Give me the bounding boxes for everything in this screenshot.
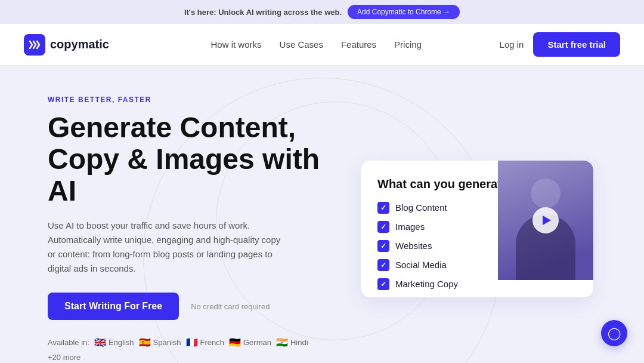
lang-name-french: French bbox=[200, 338, 224, 347]
hero-section: WRITE BETTER, FASTER Generate Content, C… bbox=[0, 66, 644, 363]
checklist-label-0: Blog Content bbox=[395, 202, 447, 213]
hero-cta-row: Start Writing For Free No credit card re… bbox=[48, 293, 334, 320]
check-icon-0 bbox=[377, 202, 389, 214]
main-nav: copymatic How it works Use Cases Feature… bbox=[0, 24, 644, 66]
banner-cta-button[interactable]: Add Copymatic to Chrome → bbox=[348, 5, 460, 19]
check-icon-2 bbox=[377, 240, 389, 252]
nav-link-pricing[interactable]: Pricing bbox=[394, 39, 422, 50]
hero-title-line2: Copy & Images with AI bbox=[48, 143, 320, 207]
lang-french: 🇫🇷 French bbox=[186, 337, 224, 348]
lang-spanish: 🇪🇸 Spanish bbox=[139, 337, 181, 348]
logo[interactable]: copymatic bbox=[24, 34, 109, 56]
logo-text: copymatic bbox=[50, 38, 109, 51]
flag-spanish: 🇪🇸 bbox=[139, 337, 151, 348]
banner-text: It's here: Unlock AI writing across the … bbox=[184, 8, 342, 17]
lang-name-hindi: Hindi bbox=[290, 338, 308, 347]
hero-eyebrow: WRITE BETTER, FASTER bbox=[48, 96, 334, 104]
checklist-label-1: Images bbox=[395, 222, 425, 232]
chat-bubble[interactable] bbox=[601, 320, 627, 346]
top-banner: It's here: Unlock AI writing across the … bbox=[0, 0, 644, 24]
flag-hindi: 🇮🇳 bbox=[276, 337, 288, 348]
login-link[interactable]: Log in bbox=[500, 39, 524, 50]
nav-link-features[interactable]: Features bbox=[341, 39, 376, 50]
start-writing-button[interactable]: Start Writing For Free bbox=[48, 293, 179, 320]
hero-right: What can you generate? Blog Content Imag… bbox=[358, 161, 596, 297]
lang-english: 🇬🇧 English bbox=[94, 337, 134, 348]
hero-title-line1: Generate Content, bbox=[48, 112, 296, 143]
banner-prefix: It's here: bbox=[184, 8, 218, 17]
logo-icon bbox=[24, 34, 45, 56]
more-languages: +20 more bbox=[48, 353, 80, 362]
lang-german: 🇩🇪 German bbox=[229, 337, 271, 348]
checklist-label-4: Marketing Copy bbox=[395, 279, 458, 289]
hero-left: WRITE BETTER, FASTER Generate Content, C… bbox=[48, 96, 334, 362]
video-card: What can you generate? Blog Content Imag… bbox=[361, 161, 593, 297]
checklist-label-3: Social Media bbox=[395, 260, 447, 270]
available-in-label: Available in: bbox=[48, 338, 89, 347]
video-overlay bbox=[498, 161, 593, 280]
play-button[interactable] bbox=[532, 207, 559, 233]
hero-description: Use AI to boost your traffic and save ho… bbox=[48, 219, 286, 276]
flag-german: 🇩🇪 bbox=[229, 337, 241, 348]
nav-link-how-it-works[interactable]: How it works bbox=[211, 39, 262, 50]
lang-name-german: German bbox=[243, 338, 271, 347]
flag-french: 🇫🇷 bbox=[186, 337, 198, 348]
nav-links: How it works Use Cases Features Pricing bbox=[133, 39, 500, 50]
flag-english: 🇬🇧 bbox=[94, 337, 106, 348]
lang-name-spanish: Spanish bbox=[153, 338, 181, 347]
checklist-label-2: Websites bbox=[395, 241, 432, 251]
banner-highlight: Unlock AI writing across the web. bbox=[218, 8, 342, 17]
nav-link-use-cases[interactable]: Use Cases bbox=[280, 39, 323, 50]
lang-hindi: 🇮🇳 Hindi bbox=[276, 337, 308, 348]
svg-rect-0 bbox=[24, 34, 45, 56]
checklist-item-4: Marketing Copy bbox=[377, 278, 577, 290]
hero-title: Generate Content, Copy & Images with AI bbox=[48, 112, 334, 207]
language-row: Available in: 🇬🇧 English 🇪🇸 Spanish 🇫🇷 F… bbox=[48, 337, 334, 362]
check-icon-1 bbox=[377, 221, 389, 233]
lang-name-english: English bbox=[109, 338, 134, 347]
check-icon-4 bbox=[377, 278, 389, 290]
check-icon-3 bbox=[377, 259, 389, 271]
start-trial-button[interactable]: Start free trial bbox=[533, 32, 620, 57]
nav-actions: Log in Start free trial bbox=[500, 32, 620, 57]
no-credit-card-text: No credit card required bbox=[191, 302, 270, 311]
